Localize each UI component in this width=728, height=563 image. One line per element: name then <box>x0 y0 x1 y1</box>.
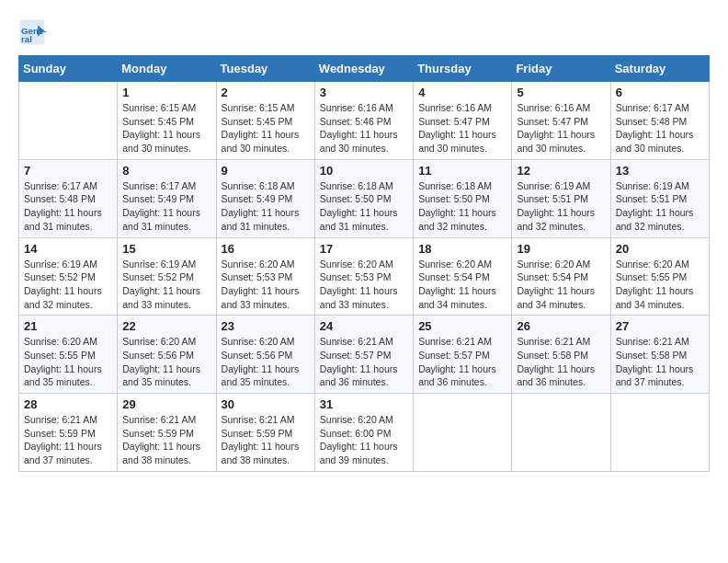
column-header-sunday: Sunday <box>19 56 118 82</box>
cell-info: Sunrise: 6:20 AMSunset: 5:53 PMDaylight:… <box>222 258 310 312</box>
cell-info: Sunrise: 6:20 AMSunset: 5:54 PMDaylight:… <box>517 258 605 312</box>
calendar-table: SundayMondayTuesdayWednesdayThursdayFrid… <box>18 55 710 472</box>
day-number: 31 <box>320 397 408 411</box>
calendar-cell: 27Sunrise: 6:21 AMSunset: 5:58 PMDayligh… <box>610 316 709 394</box>
calendar-cell: 30Sunrise: 6:21 AMSunset: 5:59 PMDayligh… <box>216 394 314 472</box>
calendar-cell: 5Sunrise: 6:16 AMSunset: 5:47 PMDaylight… <box>512 82 610 160</box>
day-number: 8 <box>122 164 210 178</box>
calendar-cell: 13Sunrise: 6:19 AMSunset: 5:51 PMDayligh… <box>610 159 709 237</box>
column-header-wednesday: Wednesday <box>314 56 413 82</box>
day-number: 9 <box>222 164 310 178</box>
calendar-cell: 23Sunrise: 6:20 AMSunset: 5:56 PMDayligh… <box>216 316 314 394</box>
cell-info: Sunrise: 6:20 AMSunset: 5:54 PMDaylight:… <box>418 258 506 312</box>
calendar-cell: 19Sunrise: 6:20 AMSunset: 5:54 PMDayligh… <box>512 237 610 316</box>
calendar-cell: 24Sunrise: 6:21 AMSunset: 5:57 PMDayligh… <box>314 316 413 394</box>
calendar-cell: 28Sunrise: 6:21 AMSunset: 5:59 PMDayligh… <box>19 394 118 472</box>
column-header-friday: Friday <box>512 56 610 82</box>
cell-info: Sunrise: 6:20 AMSunset: 5:55 PMDaylight:… <box>24 335 112 389</box>
cell-info: Sunrise: 6:18 AMSunset: 5:50 PMDaylight:… <box>320 179 408 234</box>
cell-info: Sunrise: 6:21 AMSunset: 5:57 PMDaylight:… <box>418 335 506 389</box>
day-number: 18 <box>418 242 506 256</box>
calendar-cell: 15Sunrise: 6:19 AMSunset: 5:52 PMDayligh… <box>118 237 216 316</box>
calendar-cell: 21Sunrise: 6:20 AMSunset: 5:55 PMDayligh… <box>19 316 118 394</box>
calendar-cell: 7Sunrise: 6:17 AMSunset: 5:48 PMDaylight… <box>19 159 118 237</box>
cell-info: Sunrise: 6:20 AMSunset: 5:56 PMDaylight:… <box>122 335 210 389</box>
calendar-week-row: 1Sunrise: 6:15 AMSunset: 5:45 PMDaylight… <box>19 82 710 160</box>
day-number: 11 <box>418 164 506 178</box>
cell-info: Sunrise: 6:19 AMSunset: 5:51 PMDaylight:… <box>517 179 605 234</box>
day-number: 26 <box>517 319 605 333</box>
column-header-saturday: Saturday <box>610 56 709 82</box>
day-number: 15 <box>122 242 210 256</box>
svg-text:ral: ral <box>21 34 32 44</box>
calendar-cell: 14Sunrise: 6:19 AMSunset: 5:52 PMDayligh… <box>19 237 118 316</box>
cell-info: Sunrise: 6:17 AMSunset: 5:49 PMDaylight:… <box>122 179 210 234</box>
cell-info: Sunrise: 6:16 AMSunset: 5:46 PMDaylight:… <box>320 101 408 155</box>
day-number: 30 <box>222 397 310 411</box>
calendar-cell: 6Sunrise: 6:17 AMSunset: 5:48 PMDaylight… <box>610 82 709 160</box>
calendar-cell: 31Sunrise: 6:20 AMSunset: 6:00 PMDayligh… <box>314 394 413 472</box>
logo-icon: Gene- ral <box>18 18 46 46</box>
calendar-cell: 10Sunrise: 6:18 AMSunset: 5:50 PMDayligh… <box>314 159 413 237</box>
day-number: 28 <box>24 397 112 411</box>
cell-info: Sunrise: 6:20 AMSunset: 5:56 PMDaylight:… <box>222 335 310 389</box>
day-number: 7 <box>24 164 112 178</box>
calendar-header-row: SundayMondayTuesdayWednesdayThursdayFrid… <box>19 56 710 82</box>
calendar-cell: 1Sunrise: 6:15 AMSunset: 5:45 PMDaylight… <box>118 82 216 160</box>
day-number: 19 <box>517 242 605 256</box>
cell-info: Sunrise: 6:21 AMSunset: 5:59 PMDaylight:… <box>24 413 112 467</box>
calendar-cell: 22Sunrise: 6:20 AMSunset: 5:56 PMDayligh… <box>118 316 216 394</box>
cell-info: Sunrise: 6:20 AMSunset: 5:55 PMDaylight:… <box>616 258 704 312</box>
cell-info: Sunrise: 6:18 AMSunset: 5:50 PMDaylight:… <box>418 179 506 234</box>
calendar-week-row: 14Sunrise: 6:19 AMSunset: 5:52 PMDayligh… <box>19 237 710 316</box>
cell-info: Sunrise: 6:21 AMSunset: 5:59 PMDaylight:… <box>122 413 210 467</box>
column-header-thursday: Thursday <box>414 56 512 82</box>
calendar-cell: 2Sunrise: 6:15 AMSunset: 5:45 PMDaylight… <box>216 82 314 160</box>
calendar-week-row: 7Sunrise: 6:17 AMSunset: 5:48 PMDaylight… <box>19 159 710 237</box>
day-number: 13 <box>616 164 704 178</box>
day-number: 3 <box>320 86 408 99</box>
day-number: 27 <box>616 319 704 333</box>
day-number: 23 <box>222 319 310 333</box>
cell-info: Sunrise: 6:19 AMSunset: 5:52 PMDaylight:… <box>24 258 112 312</box>
cell-info: Sunrise: 6:16 AMSunset: 5:47 PMDaylight:… <box>418 101 506 155</box>
cell-info: Sunrise: 6:21 AMSunset: 5:57 PMDaylight:… <box>320 335 408 389</box>
calendar-cell: 26Sunrise: 6:21 AMSunset: 5:58 PMDayligh… <box>512 316 610 394</box>
column-header-monday: Monday <box>118 56 216 82</box>
day-number: 21 <box>24 319 112 333</box>
day-number: 4 <box>418 86 506 99</box>
calendar-cell: 12Sunrise: 6:19 AMSunset: 5:51 PMDayligh… <box>512 159 610 237</box>
calendar-cell: 17Sunrise: 6:20 AMSunset: 5:53 PMDayligh… <box>314 237 413 316</box>
day-number: 24 <box>320 319 408 333</box>
calendar-cell: 20Sunrise: 6:20 AMSunset: 5:55 PMDayligh… <box>610 237 709 316</box>
calendar-cell: 9Sunrise: 6:18 AMSunset: 5:49 PMDaylight… <box>216 159 314 237</box>
cell-info: Sunrise: 6:16 AMSunset: 5:47 PMDaylight:… <box>517 101 605 155</box>
day-number: 10 <box>320 164 408 178</box>
cell-info: Sunrise: 6:17 AMSunset: 5:48 PMDaylight:… <box>24 179 112 234</box>
cell-info: Sunrise: 6:15 AMSunset: 5:45 PMDaylight:… <box>122 101 210 155</box>
column-header-tuesday: Tuesday <box>216 56 314 82</box>
calendar-week-row: 28Sunrise: 6:21 AMSunset: 5:59 PMDayligh… <box>19 394 710 472</box>
day-number: 12 <box>517 164 605 178</box>
calendar-cell: 18Sunrise: 6:20 AMSunset: 5:54 PMDayligh… <box>414 237 512 316</box>
calendar-week-row: 21Sunrise: 6:20 AMSunset: 5:55 PMDayligh… <box>19 316 710 394</box>
calendar-cell <box>512 394 610 472</box>
calendar-cell: 4Sunrise: 6:16 AMSunset: 5:47 PMDaylight… <box>414 82 512 160</box>
cell-info: Sunrise: 6:21 AMSunset: 5:58 PMDaylight:… <box>517 335 605 389</box>
cell-info: Sunrise: 6:21 AMSunset: 5:59 PMDaylight:… <box>222 413 310 467</box>
page-header: Gene- ral <box>18 18 710 46</box>
cell-info: Sunrise: 6:19 AMSunset: 5:51 PMDaylight:… <box>616 179 704 234</box>
day-number: 17 <box>320 242 408 256</box>
cell-info: Sunrise: 6:19 AMSunset: 5:52 PMDaylight:… <box>122 258 210 312</box>
calendar-cell: 25Sunrise: 6:21 AMSunset: 5:57 PMDayligh… <box>414 316 512 394</box>
calendar-cell: 3Sunrise: 6:16 AMSunset: 5:46 PMDaylight… <box>314 82 413 160</box>
day-number: 2 <box>222 86 310 99</box>
day-number: 6 <box>616 86 704 99</box>
calendar-cell: 11Sunrise: 6:18 AMSunset: 5:50 PMDayligh… <box>414 159 512 237</box>
day-number: 16 <box>222 242 310 256</box>
cell-info: Sunrise: 6:20 AMSunset: 6:00 PMDaylight:… <box>320 413 408 467</box>
day-number: 29 <box>122 397 210 411</box>
calendar-cell: 29Sunrise: 6:21 AMSunset: 5:59 PMDayligh… <box>118 394 216 472</box>
cell-info: Sunrise: 6:21 AMSunset: 5:58 PMDaylight:… <box>616 335 704 389</box>
day-number: 25 <box>418 319 506 333</box>
